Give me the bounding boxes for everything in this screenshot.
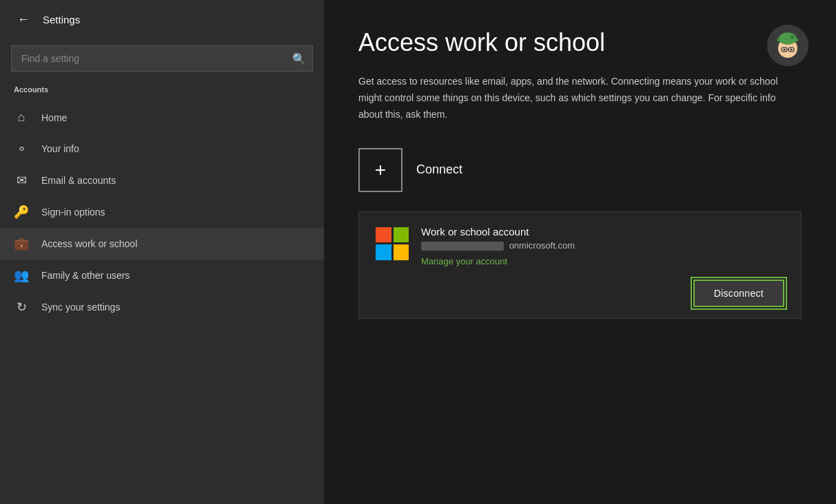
ms-square-orange [376, 227, 391, 243]
avatar [767, 25, 808, 66]
sync-icon: ↻ [14, 300, 29, 315]
sidebar-item-home-label: Home [41, 112, 67, 123]
svg-point-8 [784, 49, 786, 51]
connect-area: + Connect [358, 148, 802, 192]
sidebar: ← Settings 🔍 Accounts ⌂ Home ⚬ Your info… [0, 0, 324, 504]
ms-square-blue [376, 244, 391, 260]
main-content: Access work or school Get access to reso… [324, 0, 836, 504]
sidebar-header: ← Settings [0, 0, 324, 39]
sidebar-item-sync[interactable]: ↻ Sync your settings [0, 291, 324, 323]
ms-square-yellow [394, 244, 409, 260]
sidebar-item-sync-label: Sync your settings [41, 302, 120, 313]
accounts-section-label: Accounts [0, 85, 324, 102]
svg-point-9 [791, 49, 793, 51]
sidebar-title: Settings [43, 14, 80, 25]
ms-square-green [394, 227, 409, 243]
sidebar-item-email[interactable]: ✉ Email & accounts [0, 165, 324, 196]
sidebar-item-home[interactable]: ⌂ Home [0, 102, 324, 133]
back-button[interactable]: ← [14, 10, 33, 29]
key-icon: 🔑 [14, 204, 29, 220]
connect-button[interactable]: + [358, 148, 402, 192]
family-icon: 👥 [14, 268, 29, 283]
email-suffix: onmicrosoft.com [509, 240, 575, 251]
sidebar-item-your-info-label: Your info [41, 143, 79, 154]
home-icon: ⌂ [14, 110, 29, 125]
search-box-container: 🔍 [11, 45, 313, 72]
sidebar-item-access-work-label: Access work or school [41, 238, 137, 249]
sidebar-item-email-label: Email & accounts [41, 175, 116, 186]
page-description: Get access to resources like email, apps… [358, 74, 799, 123]
briefcase-icon: 💼 [14, 236, 29, 251]
manage-account-link[interactable]: Manage your account [421, 256, 507, 266]
account-top: Work or school account onmicrosoft.com M… [376, 226, 784, 267]
search-icon[interactable]: 🔍 [292, 52, 306, 65]
sidebar-item-your-info[interactable]: ⚬ Your info [0, 133, 324, 165]
email-icon: ✉ [14, 173, 29, 188]
account-card: Work or school account onmicrosoft.com M… [358, 211, 802, 319]
microsoft-logo [376, 227, 409, 260]
person-icon: ⚬ [14, 141, 29, 156]
svg-point-4 [791, 35, 795, 39]
account-email: onmicrosoft.com [421, 240, 784, 251]
sidebar-item-family[interactable]: 👥 Family & other users [0, 260, 324, 291]
sidebar-item-family-label: Family & other users [41, 270, 130, 281]
avatar-area [767, 25, 808, 66]
plus-icon: + [375, 159, 386, 181]
connect-label: Connect [416, 162, 462, 177]
search-input[interactable] [11, 45, 313, 72]
account-info: Work or school account onmicrosoft.com M… [421, 226, 784, 267]
disconnect-btn-area: Disconnect [376, 280, 784, 307]
disconnect-button[interactable]: Disconnect [693, 280, 784, 307]
account-type-label: Work or school account [421, 226, 784, 238]
email-blur [421, 242, 504, 251]
sidebar-item-access-work[interactable]: 💼 Access work or school [0, 228, 324, 260]
page-title: Access work or school [358, 28, 802, 57]
sidebar-item-signin[interactable]: 🔑 Sign-in options [0, 196, 324, 228]
sidebar-item-signin-label: Sign-in options [41, 207, 105, 218]
